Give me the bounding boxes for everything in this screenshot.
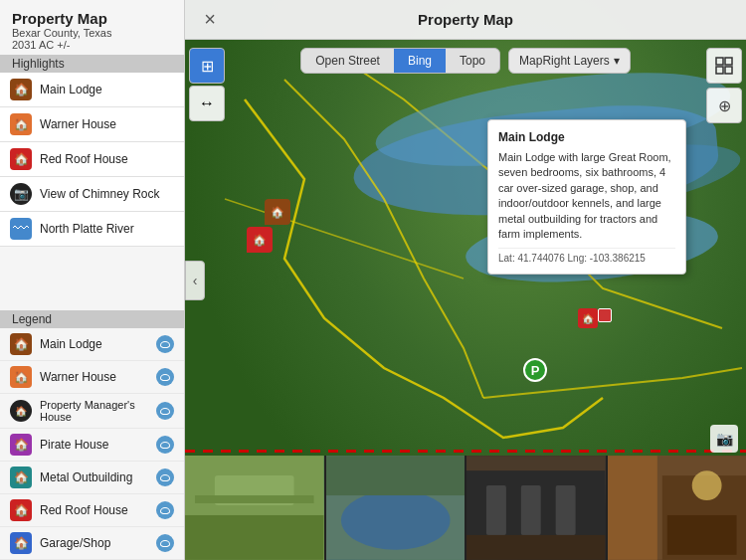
legend-warner-house-icon: 🏠: [10, 366, 32, 388]
main-lodge-label: Main Lodge: [40, 83, 102, 96]
map-title: Property Map: [418, 11, 513, 28]
red-roof-house-label: Red Roof House: [40, 152, 128, 166]
parking-icon: P: [523, 358, 547, 382]
sidebar: Property Map Bexar County, Texas 2031 AC…: [0, 0, 185, 560]
sidebar-item-main-lodge[interactable]: 🏠 Main Lodge: [0, 73, 184, 107]
svg-rect-16: [556, 485, 576, 535]
legend-garage-shop-icon: 🏠: [10, 532, 32, 554]
svg-rect-7: [185, 515, 324, 560]
info-popup: Main Lodge Main Lodge with large Great R…: [487, 119, 686, 275]
tab-open-street[interactable]: Open Street: [301, 49, 394, 73]
grid-view-button[interactable]: [706, 48, 742, 84]
sidebar-item-chimney-rock[interactable]: 📷 View of Chimney Rock: [0, 177, 184, 212]
sidebar-header: Property Map Bexar County, Texas 2031 AC…: [0, 0, 184, 55]
photo-thumb-1[interactable]: [185, 456, 324, 560]
pin-red-roof-house[interactable]: 🏠: [247, 227, 273, 253]
legend-garage-shop[interactable]: 🏠 Garage/Shop: [0, 527, 184, 560]
svg-point-11: [340, 490, 450, 550]
sidebar-title: Property Map: [12, 10, 172, 27]
north-platte-label: North Platte River: [40, 222, 134, 236]
legend-metal-outbuilding-icon: 🏠: [10, 467, 32, 488]
dropdown-chevron-icon: ▾: [614, 54, 620, 68]
map-type-tabs: Open Street Bing Topo: [300, 48, 500, 74]
close-button[interactable]: ×: [197, 7, 223, 33]
photo-3-image: [466, 456, 606, 560]
chimney-rock-label: View of Chimney Rock: [40, 187, 160, 201]
legend-red-roof-house[interactable]: 🏠 Red Roof House: [0, 494, 184, 527]
legend-property-manager-eye[interactable]: [156, 402, 174, 420]
svg-rect-20: [608, 456, 657, 560]
tab-bing[interactable]: Bing: [394, 49, 446, 73]
sidebar-item-warner-house[interactable]: 🏠 Warner House: [0, 107, 184, 142]
map-header: × Property Map: [185, 0, 746, 40]
svg-rect-23: [666, 515, 736, 555]
small-pin-icon: 🏠: [578, 308, 598, 328]
legend-red-roof-house-eye[interactable]: [156, 501, 174, 519]
photo-thumb-3[interactable]: [466, 456, 606, 560]
legend-warner-house[interactable]: 🏠 Warner House: [0, 361, 184, 394]
chimney-rock-icon: 📷: [10, 183, 32, 205]
photo-thumb-2[interactable]: [326, 456, 466, 560]
legend-garage-shop-eye[interactable]: [156, 534, 174, 552]
pin-small-house[interactable]: 🏠: [578, 308, 598, 328]
sidebar-acreage: 2031 AC +/-: [12, 39, 172, 51]
grid-icon: [715, 57, 733, 75]
photo-thumb-4[interactable]: [608, 456, 747, 560]
sidebar-county: Bexar County, Texas: [12, 27, 172, 39]
legend-main-lodge[interactable]: 🏠 Main Lodge: [0, 328, 184, 361]
legend-property-manager-icon: 🏠: [10, 400, 32, 422]
sidebar-item-north-platte[interactable]: 〰 North Platte River: [0, 212, 184, 247]
camera-button[interactable]: 📷: [710, 425, 738, 453]
legend-metal-outbuilding-label: Metal Outbuilding: [40, 470, 156, 484]
collapse-sidebar-button[interactable]: ‹: [185, 261, 205, 300]
popup-coords: Lat: 41.744076 Lng: -103.386215: [498, 248, 675, 264]
layers-dropdown[interactable]: MapRight Layers ▾: [508, 48, 631, 74]
svg-rect-12: [326, 456, 466, 495]
measure-button[interactable]: ↔: [189, 86, 225, 121]
main-lodge-icon: 🏠: [10, 79, 32, 100]
pin-main-lodge[interactable]: 🏠: [265, 199, 290, 225]
small-pin-2-icon: [598, 308, 612, 322]
svg-rect-9: [195, 495, 314, 503]
legend-red-roof-house-icon: 🏠: [10, 499, 32, 521]
svg-rect-4: [716, 67, 723, 74]
photo-2-image: [326, 456, 466, 560]
legend-main-lodge-icon: 🏠: [10, 333, 32, 355]
pin-small-house-2[interactable]: [598, 308, 612, 322]
svg-rect-15: [521, 485, 541, 535]
north-platte-icon: 〰: [10, 218, 32, 240]
svg-point-22: [691, 470, 721, 500]
photo-strip: [185, 456, 746, 560]
pin-parking[interactable]: P: [523, 358, 547, 382]
svg-rect-5: [725, 67, 732, 74]
sidebar-item-red-roof-house[interactable]: 🏠 Red Roof House: [0, 142, 184, 177]
layers-label: MapRight Layers: [519, 54, 610, 68]
red-house-symbol: 🏠: [253, 235, 267, 246]
map-left-controls: ⊞ ↔: [189, 48, 225, 121]
legend-pirate-house[interactable]: 🏠 Pirate House: [0, 429, 184, 462]
legend-section: Legend 🏠 Main Lodge 🏠 Warner House 🏠 Pro…: [0, 310, 184, 560]
legend-warner-house-label: Warner House: [40, 370, 156, 384]
legend-property-manager[interactable]: 🏠 Property Manager's House: [0, 394, 184, 429]
map-area[interactable]: × Property Map Open Street Bing Topo Map…: [185, 0, 746, 560]
layers-button[interactable]: ⊞: [189, 48, 225, 84]
legend-metal-outbuilding-eye[interactable]: [156, 468, 174, 486]
legend-red-roof-house-label: Red Roof House: [40, 503, 156, 517]
tab-topo[interactable]: Topo: [446, 49, 499, 73]
legend-pirate-house-eye[interactable]: [156, 436, 174, 454]
legend-garage-shop-label: Garage/Shop: [40, 536, 156, 550]
svg-rect-3: [725, 58, 732, 65]
legend-metal-outbuilding[interactable]: 🏠 Metal Outbuilding: [0, 462, 184, 494]
pin-main-lodge-icon: 🏠: [265, 199, 290, 225]
highlights-label: Highlights: [0, 55, 184, 73]
legend-warner-house-eye[interactable]: [156, 368, 174, 386]
red-roof-house-icon: 🏠: [10, 148, 32, 170]
legend-main-lodge-eye[interactable]: [156, 335, 174, 353]
warner-house-label: Warner House: [40, 117, 116, 131]
legend-main-lodge-label: Main Lodge: [40, 337, 156, 351]
location-button[interactable]: ⊕: [706, 88, 742, 123]
legend-pirate-house-icon: 🏠: [10, 434, 32, 456]
warner-house-icon: 🏠: [10, 113, 32, 135]
legend-label: Legend: [0, 310, 184, 328]
boundary-dashed-line: [185, 450, 746, 453]
